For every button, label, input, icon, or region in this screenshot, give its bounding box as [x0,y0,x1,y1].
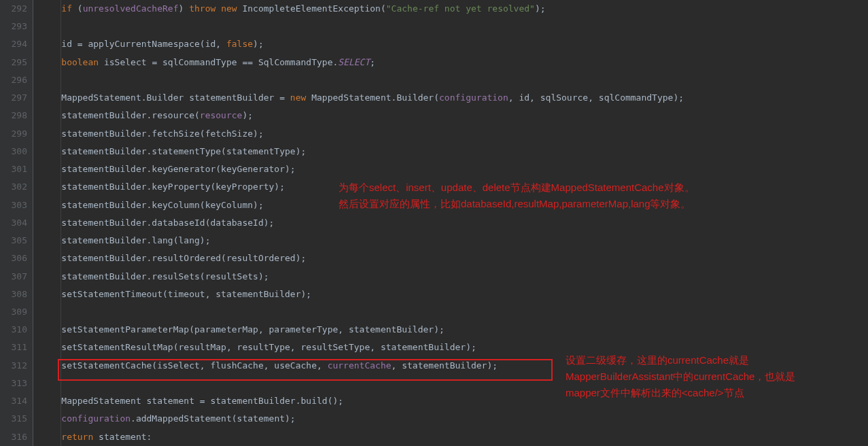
code-token: ( [72,3,83,14]
code-token: setStatementResultMap(resultMap, resultT… [40,342,476,352]
code-line[interactable]: id = applyCurrentNamespace(id, false); [35,35,868,53]
code-line[interactable] [35,303,868,321]
code-line[interactable]: statementBuilder.keyGenerator(keyGenerat… [35,160,868,178]
code-token: statementBuilder.lang(lang); [40,235,210,245]
code-token [40,432,61,442]
code-token: statementBuilder.keyGenerator(keyGenerat… [40,164,296,174]
code-token: new [290,92,306,103]
line-number: 294 [3,35,27,53]
code-line[interactable]: if (unresolvedCacheRef) throw new Incomp… [35,0,868,18]
code-token: , statementBuilder); [392,360,498,371]
code-token: statementBuilder.statementType(statement… [40,146,306,156]
code-token: ); [253,39,264,49]
code-token: statementBuilder.databaseId(databaseId); [40,218,274,228]
code-token: "Cache-ref not yet resolved" [386,3,535,14]
code-token: statementBuilder.resource( [40,110,200,120]
code-line[interactable]: setStatementParameterMap(parameterMap, p… [35,321,868,339]
code-line[interactable] [35,71,868,89]
annotation-1: 为每个select、insert、update、delete节点构建Mapped… [338,179,695,212]
code-token: ); [242,110,253,120]
code-line[interactable]: statementBuilder.databaseId(databaseId); [35,214,868,232]
code-token: statementBuilder.keyProperty(keyProperty… [40,182,285,192]
annotation-2: 设置二级缓存，这里的currentCache就是 MapperBuilderAs… [566,352,795,401]
line-number: 297 [3,89,27,107]
line-number: 305 [3,232,27,250]
code-token: ; [370,57,375,67]
code-token: SELECT [338,57,370,67]
code-token: currentCache [328,360,392,371]
line-number: 303 [3,196,27,214]
code-token: resource [200,110,243,120]
code-line[interactable]: return statement: [35,428,868,446]
code-token: statementBuilder.keyColumn(keyColumn); [40,200,264,210]
code-line[interactable]: statementBuilder.resource(resource); [35,107,868,124]
code-token: setStatementParameterMap(parameterMap, p… [40,324,445,334]
code-token: ) [179,3,190,14]
code-token: setStatementCache(isSelect, flushCache, … [40,360,328,371]
code-line[interactable]: statementBuilder.resulSets(resultSets); [35,268,868,286]
line-number: 314 [3,392,27,410]
code-token: statement: [93,432,152,442]
line-number: 308 [3,286,27,303]
code-token: statementBuilder.resulSets(resultSets); [40,271,269,281]
code-token: , id, sqlSource, sqlCommandType); [508,92,684,103]
code-token: unresolvedCacheRef [83,3,179,14]
code-token: return [61,432,93,442]
code-line[interactable]: setStatementTimeout(timeout, statementBu… [35,286,868,303]
code-token: isSelect = sqlCommandType == SqlCommandT… [99,57,338,67]
code-token [40,3,61,14]
code-token: if [61,3,72,14]
line-number: 295 [3,54,27,71]
code-token: .addMappedStatement(statement); [131,413,296,424]
line-number: 316 [3,428,27,446]
code-line[interactable]: statementBuilder.fetchSize(fetchSize); [35,125,868,143]
line-number: 312 [3,357,27,375]
code-token: IncompleteElementException( [237,3,386,14]
line-number: 302 [3,178,27,196]
code-token: MappedStatement statement = statementBui… [40,396,343,406]
code-token: MappedStatement.Builder( [306,92,439,103]
line-number: 304 [3,214,27,232]
line-number: 296 [3,71,27,89]
line-number: 299 [3,125,27,143]
line-number: 300 [3,143,27,160]
code-line[interactable]: statementBuilder.lang(lang); [35,232,868,250]
line-number: 298 [3,107,27,124]
code-line[interactable]: MappedStatement.Builder statementBuilder… [35,89,868,107]
indent-guide [60,0,61,446]
line-number: 293 [3,18,27,35]
code-line[interactable]: statementBuilder.statementType(statement… [35,143,868,160]
code-line[interactable]: configuration.addMappedStatement(stateme… [35,410,868,428]
code-token: id = applyCurrentNamespace(id, [40,39,226,49]
line-number: 301 [3,160,27,178]
line-number: 315 [3,410,27,428]
line-number: 310 [3,321,27,339]
code-token: MappedStatement.Builder statementBuilder… [40,92,290,103]
line-number: 313 [3,375,27,392]
code-line[interactable]: statementBuilder.resultOrdered(resultOrd… [35,250,868,267]
line-number: 292 [3,0,27,18]
code-token: statementBuilder.resultOrdered(resultOrd… [40,253,306,263]
line-number: 307 [3,268,27,286]
code-token: throw new [189,3,237,14]
code-token [40,413,61,424]
code-token: configuration [439,92,508,103]
code-token: configuration [61,413,131,424]
code-token [40,57,61,67]
code-token: setStatementTimeout(timeout, statementBu… [40,289,311,299]
code-token: statementBuilder.fetchSize(fetchSize); [40,128,264,139]
line-number: 306 [3,250,27,267]
code-line[interactable] [35,18,868,35]
code-line[interactable]: boolean isSelect = sqlCommandType == Sql… [35,54,868,71]
line-number: 311 [3,339,27,356]
code-token: ); [535,3,546,14]
code-token: boolean [61,57,99,67]
line-gutter: 2922932942952962972982993003013023033043… [0,0,33,446]
line-number: 309 [3,303,27,321]
code-token: false [226,39,253,49]
